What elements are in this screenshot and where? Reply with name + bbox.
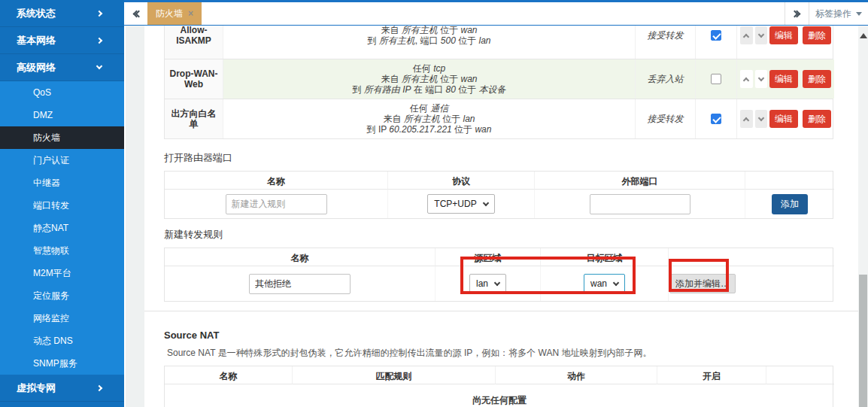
sidebar-item-firewall[interactable]: 防火墙 [0, 126, 124, 149]
rule-name: Drop-WAN-Web [165, 59, 223, 99]
chevron-down-icon [758, 31, 764, 37]
sidebar: 系统状态 基本网络 高级网络 QoS DMZ 防火墙 门户认证 中继器 端口转发… [0, 0, 124, 407]
column-header: 名称 [165, 366, 293, 384]
left-gutter [126, 26, 144, 407]
delete-button[interactable]: 删除 [803, 70, 831, 88]
sidebar-item-network-monitor[interactable]: 网络监控 [0, 307, 124, 330]
table-row: Allow-ISAKMP 来自 所有主机 位于 wan 到 所有主机, 端口 5… [165, 26, 833, 59]
column-header: 名称 [165, 248, 436, 266]
sidebar-item-location-service[interactable]: 定位服务 [0, 284, 124, 307]
column-header: 名称 [165, 172, 388, 190]
column-header: 外部端口 [535, 172, 745, 190]
column-header: 匹配规则 [293, 366, 496, 384]
rule-action: 接受转发 [636, 99, 696, 138]
add-and-edit-button[interactable]: 添加并编辑… [669, 274, 736, 293]
rule-enabled-checkbox[interactable] [711, 74, 721, 84]
move-down-button[interactable] [755, 26, 768, 44]
chevron-down-icon [96, 63, 102, 69]
sidebar-item-portal-auth[interactable]: 门户认证 [0, 149, 124, 172]
firewall-rules-table: Allow-ISAKMP 来自 所有主机 位于 wan 到 所有主机, 端口 5… [164, 26, 833, 139]
sidebar-item-system-status[interactable]: 系统状态 [0, 0, 124, 27]
tab-bar-spacer [202, 2, 785, 25]
sidebar-item-label: 基本网络 [17, 34, 56, 47]
chevron-up-icon [743, 77, 749, 83]
close-icon[interactable]: × [188, 8, 193, 19]
protocol-select-value: TCP+UDP [434, 199, 476, 209]
edit-button[interactable]: 编辑 [769, 110, 798, 128]
rule-enabled-checkbox[interactable] [711, 114, 721, 124]
sidebar-item-snmp-service[interactable]: SNMP服务 [0, 352, 124, 375]
chevron-up-icon [743, 117, 749, 123]
column-header: 协议 [388, 172, 535, 190]
table-row: 出方向白名单 任何 通信 来自 所有主机 位于 lan 到 IP 60.205.… [165, 99, 833, 138]
section-title-new-forward: 新建转发规则 [164, 228, 858, 241]
edit-button[interactable]: 编辑 [769, 70, 798, 88]
rule-detail: 任何 tcp 来自 所有主机 位于 wan 到 所有路由 IP 在 端口 80 … [223, 59, 636, 99]
rule-name: Allow-ISAKMP [165, 26, 223, 59]
move-up-button[interactable] [740, 110, 753, 128]
add-button[interactable]: 添加 [772, 194, 808, 214]
scrollbar[interactable] [858, 26, 868, 407]
source-nat-description: Source NAT 是一种特殊形式的封包伪装，它允许精细的控制传出流量的源 I… [167, 347, 858, 360]
dest-zone-select[interactable]: wan [584, 274, 625, 293]
tab-bar: 防火墙 × 标签操作 [124, 0, 868, 26]
forward-name-input[interactable] [249, 274, 351, 294]
source-nat-table: 名称 匹配规则 动作 开启 尚无任何配置 [164, 366, 833, 407]
move-up-button[interactable] [740, 26, 753, 44]
scrollbar-up-arrow-icon[interactable] [860, 29, 867, 38]
rule-name: 出方向白名单 [165, 99, 223, 138]
sidebar-submenu: QoS DMZ 防火墙 门户认证 中继器 端口转发 静态NAT 智慧物联 M2M… [0, 81, 124, 375]
chevron-right-icon [96, 37, 102, 43]
source-zone-value: lan [476, 278, 488, 289]
move-down-button[interactable] [755, 110, 768, 128]
scrollbar-thumb[interactable] [859, 275, 867, 407]
empty-state-text: 尚无任何配置 [165, 384, 834, 407]
source-zone-select[interactable]: lan [469, 274, 506, 293]
rule-detail: 来自 所有主机 位于 wan 到 所有主机, 端口 500 位于 lan [223, 26, 636, 59]
sidebar-item-dynamic-dns[interactable]: 动态 DNS [0, 330, 124, 352]
table-row: Drop-WAN-Web 任何 tcp 来自 所有主机 位于 wan 到 所有路… [165, 59, 833, 99]
sidebar-item-smart-iot[interactable]: 智慧物联 [0, 239, 124, 262]
column-header: 目标区域 [541, 248, 669, 266]
sidebar-item-port-forward[interactable]: 端口转发 [0, 194, 124, 217]
edit-button[interactable]: 编辑 [769, 26, 798, 44]
tab-actions-dropdown[interactable]: 标签操作 [809, 2, 868, 25]
rule-enabled-checkbox[interactable] [711, 30, 721, 41]
sidebar-item-advanced-network[interactable]: 高级网络 [0, 54, 124, 81]
sidebar-item-label: 虚拟专网 [17, 381, 56, 395]
sidebar-item-dmz[interactable]: DMZ [0, 104, 124, 126]
new-rule-name-input[interactable] [226, 194, 327, 214]
chevron-down-icon [494, 279, 500, 285]
scroll-tabs-right-button[interactable] [785, 2, 809, 25]
rule-action: 接受转发 [636, 26, 696, 59]
delete-button[interactable]: 删除 [803, 110, 831, 128]
rule-detail: 任何 通信 来自 所有主机 位于 lan 到 IP 60.205.217.221… [223, 99, 636, 138]
protocol-select[interactable]: TCP+UDP [427, 194, 494, 214]
move-down-button[interactable] [755, 70, 768, 88]
sidebar-item-basic-network[interactable]: 基本网络 [0, 27, 124, 54]
scroll-tabs-left-button[interactable] [124, 2, 147, 25]
tab-actions-label: 标签操作 [815, 8, 851, 20]
column-header-empty [745, 172, 834, 190]
tab-label: 防火墙 [156, 8, 183, 20]
forward-rule-table: 名称 源区域 目标区域 lan wan [164, 248, 833, 302]
section-title-source-nat: Source NAT [164, 330, 858, 341]
move-up-button[interactable] [740, 70, 753, 88]
sidebar-item-repeater[interactable]: 中继器 [0, 172, 124, 194]
sidebar-item-qos[interactable]: QoS [0, 81, 124, 104]
delete-button[interactable]: 删除 [803, 26, 831, 44]
sidebar-item-static-nat[interactable]: 静态NAT [0, 217, 124, 239]
sidebar-item-label: 系统状态 [17, 7, 56, 20]
chevron-down-icon [758, 114, 764, 120]
chevron-right-icon [96, 10, 102, 16]
column-header: 动作 [496, 366, 657, 384]
external-port-input[interactable] [590, 194, 690, 214]
chevron-down-icon [613, 279, 619, 285]
sidebar-item-vpn[interactable]: 虚拟专网 [0, 375, 124, 402]
column-header: 源区域 [436, 248, 541, 266]
tab-firewall[interactable]: 防火墙 × [147, 2, 202, 25]
caret-down-icon [856, 12, 862, 19]
column-header: 开启 [657, 366, 766, 384]
dest-zone-value: wan [590, 278, 607, 289]
sidebar-item-m2m-platform[interactable]: M2M平台 [0, 262, 124, 284]
